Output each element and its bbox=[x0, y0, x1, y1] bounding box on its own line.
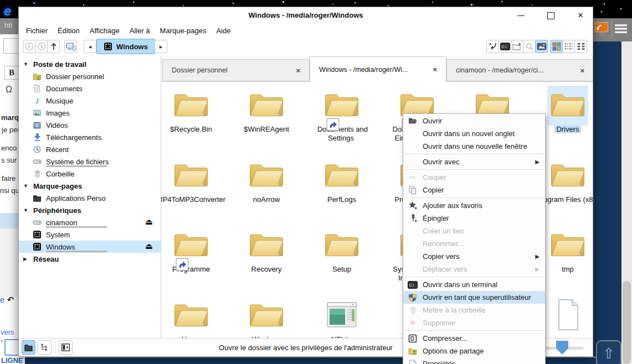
expand-triangle-icon: ▼ bbox=[23, 207, 29, 213]
sidebar-section-peripheriques[interactable]: ▼Périphériques bbox=[19, 204, 161, 216]
menu-icon[interactable] bbox=[615, 24, 627, 34]
bold-button-fragment[interactable]: B bbox=[4, 66, 18, 80]
breadcrumb-right-button[interactable]: ▸ bbox=[155, 40, 167, 53]
context-menu-item-renommer[interactable]: Renommer... bbox=[403, 237, 545, 250]
scroll-to-top-button[interactable]: ⇧ bbox=[596, 340, 621, 364]
background-input-fragment[interactable] bbox=[3, 38, 18, 54]
search-button[interactable] bbox=[523, 40, 536, 53]
sidebar-section-poste-de-travail[interactable]: ▼Poste de travail bbox=[19, 58, 161, 70]
tab-dossier-personnel[interactable]: Dossier personnel× bbox=[162, 59, 310, 81]
sidebar-item-cinamoon[interactable]: cinamoon⏏ bbox=[19, 216, 161, 228]
context-menu-item-mettre-a-la-corbeille[interactable]: Mettre à la corbeille bbox=[403, 304, 545, 316]
sidebar: ▼Poste de travailDossier personnelDocume… bbox=[19, 56, 161, 338]
menubar-item-marque-pages[interactable]: Marque-pages bbox=[155, 27, 212, 35]
follow-path-button[interactable] bbox=[486, 40, 499, 53]
images-icon bbox=[33, 108, 42, 117]
tab-close-icon[interactable]: × bbox=[580, 66, 584, 75]
titlebar[interactable]: Windows - /media/roger/Windows × bbox=[19, 7, 593, 24]
partition-icon bbox=[104, 42, 112, 51]
context-menu-item-supprimer[interactable]: ×Supprimer bbox=[403, 316, 545, 329]
sidebar-item-applications-perso[interactable]: Applications Perso bbox=[19, 192, 161, 204]
context-menu-item-couper[interactable]: ✂Couper bbox=[403, 171, 545, 184]
tab-windows-media-roger-wi[interactable]: Windows - /media/roger/Wi...× bbox=[310, 56, 446, 82]
breadcrumb-left-button[interactable]: ◂ bbox=[84, 40, 96, 53]
menubar-item-aller-a[interactable]: Aller à bbox=[125, 27, 155, 35]
open-terminal-button[interactable]: C:\ bbox=[499, 40, 511, 53]
context-menu-item-proprietes[interactable]: Propriétés bbox=[403, 357, 545, 364]
menubar-item-affichage[interactable]: Affichage bbox=[85, 27, 125, 35]
context-menu-item-ouvrir-dans-un-nouvel-onglet[interactable]: Ouvrir dans un nouvel onglet bbox=[403, 127, 545, 140]
sidebar-section-reseau[interactable]: ▶Réseau bbox=[19, 253, 161, 265]
undo-icon[interactable]: ↶ bbox=[7, 295, 14, 304]
context-menu-item-copier-vers[interactable]: Copier vers▶ bbox=[403, 250, 545, 263]
file-item-documents-and-settings[interactable]: Documents and Settings bbox=[304, 88, 379, 143]
file-item-recovery[interactable]: Recovery bbox=[229, 228, 304, 274]
tab-close-icon[interactable]: × bbox=[296, 66, 300, 75]
context-menu-item-epingler[interactable]: Épingler bbox=[403, 212, 545, 225]
sidebar-item-recent[interactable]: Récent bbox=[19, 143, 161, 155]
context-menu-item-ajouter-aux-favoris[interactable]: Ajouter aux favoris bbox=[403, 199, 545, 212]
context-menu-item-compresser[interactable]: Compresser... bbox=[403, 332, 545, 345]
file-item-programme[interactable]: Programme bbox=[161, 228, 229, 274]
icon-view-button[interactable] bbox=[550, 40, 563, 53]
maximize-button[interactable] bbox=[543, 9, 558, 22]
file-item-windows[interactable]: Windows bbox=[229, 298, 304, 339]
zoom-slider-handle[interactable] bbox=[556, 341, 568, 355]
file-item-noarrow[interactable]: noArrow bbox=[229, 158, 304, 204]
new-folder-button[interactable] bbox=[511, 40, 523, 53]
sidebar-item-windows[interactable]: Windows⏏ bbox=[19, 241, 161, 253]
sidebar-item-images[interactable]: Images bbox=[19, 107, 161, 119]
file-item-ntlite[interactable]: NTLite bbox=[304, 298, 379, 339]
file-item-recycle-bin[interactable]: $Recycle.Bin bbox=[161, 88, 229, 134]
context-menu-item-ouvrir-en-tant-que-superutilisateur[interactable]: Ouvrir en tant que superutilisateur bbox=[403, 291, 545, 304]
menubar-item-fichier[interactable]: Fichier bbox=[21, 27, 53, 35]
sidebar-item-corbeille[interactable]: Corbeille bbox=[19, 168, 161, 180]
context-menu-item-ouvrir-avec[interactable]: Ouvrir avec▶ bbox=[403, 155, 545, 168]
forward-button[interactable] bbox=[35, 40, 48, 53]
eject-icon[interactable]: ⏏ bbox=[145, 241, 153, 251]
properties-icon bbox=[408, 360, 418, 364]
detailed-view-button[interactable] bbox=[574, 40, 587, 53]
file-item-mp4tomp3converter[interactable]: MP4ToMP3Converter bbox=[161, 158, 229, 204]
star bbox=[620, 8, 621, 9]
close-button[interactable]: × bbox=[573, 9, 588, 22]
sidebar-item-musique[interactable]: ♪Musique bbox=[19, 95, 161, 107]
show-thumbnails-button[interactable] bbox=[535, 40, 548, 53]
file-item-users[interactable]: Users bbox=[161, 298, 229, 339]
sidebar-section-marque-pages[interactable]: ▼Marque-pages bbox=[19, 180, 161, 192]
screen-share-icon[interactable] bbox=[593, 20, 610, 38]
file-item-setup[interactable]: Setup bbox=[304, 228, 379, 274]
background-scrollbar-thumb[interactable] bbox=[623, 281, 631, 364]
context-menu-item-ouvrir-dans-une-nouvelle-fenetre[interactable]: Ouvrir dans une nouvelle fenêtre bbox=[403, 140, 545, 153]
sidebar-item-systeme-de-fichiers[interactable]: Système de fichiers bbox=[19, 155, 161, 168]
context-menu-item-creer-un-lien[interactable]: Créer un lien bbox=[403, 225, 545, 237]
context-menu-item-deplacer-vers[interactable]: Déplacer vers▶ bbox=[403, 263, 545, 275]
shortcut-arrow-icon bbox=[176, 258, 189, 271]
tab-close-icon[interactable]: × bbox=[433, 65, 437, 74]
browser-logo-icon[interactable]: e bbox=[4, 3, 18, 18]
minimize-button[interactable] bbox=[513, 9, 528, 22]
file-item-perflogs[interactable]: PerfLogs bbox=[304, 158, 379, 204]
context-menu-item-options-de-partage[interactable]: Options de partage bbox=[403, 345, 545, 357]
context-menu-item-copier[interactable]: Copier bbox=[403, 184, 545, 196]
breadcrumb[interactable]: Windows bbox=[96, 39, 155, 54]
show-places-button[interactable] bbox=[64, 40, 77, 53]
omega-button-fragment[interactable]: Ω bbox=[6, 85, 12, 95]
context-menu-item-ouvrir-dans-un-terminal[interactable]: C:\Ouvrir dans un terminal bbox=[403, 278, 545, 291]
sidebar-item-dossier-personnel[interactable]: Dossier personnel bbox=[19, 70, 161, 82]
sidebar-item-videos[interactable]: Vidéos bbox=[19, 119, 161, 131]
eject-icon[interactable]: ⏏ bbox=[145, 217, 153, 227]
context-menu-item-ouvrir[interactable]: Ouvrir bbox=[403, 115, 545, 127]
up-button[interactable] bbox=[47, 40, 60, 53]
menubar-item-edition[interactable]: Édition bbox=[53, 27, 85, 35]
sidebar-item-telechargements[interactable]: Téléchargements bbox=[19, 131, 161, 143]
background-input2-fragment[interactable] bbox=[4, 339, 18, 356]
compact-view-button[interactable] bbox=[562, 40, 575, 53]
sidebar-item-documents[interactable]: Documents bbox=[19, 82, 161, 95]
sidebar-item-system[interactable]: System bbox=[19, 228, 161, 241]
tab-cinamoon-media-roger-ci[interactable]: cinamoon - /media/roger/ci...× bbox=[446, 59, 593, 81]
partition-icon bbox=[33, 242, 42, 251]
file-item-winreagent[interactable]: $WinREAgent bbox=[229, 88, 304, 134]
back-button[interactable] bbox=[23, 40, 35, 53]
menubar-item-aide[interactable]: Aide bbox=[211, 27, 235, 35]
